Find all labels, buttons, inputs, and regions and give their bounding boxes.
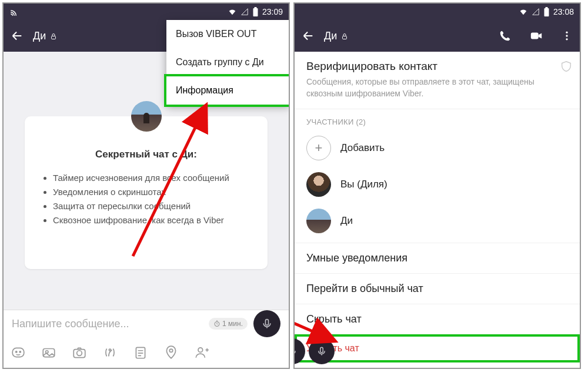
- back-icon[interactable]: [11, 29, 24, 42]
- cast-icon: [9, 6, 20, 17]
- composer: Напишите сообщение... 1 мин.: [4, 310, 289, 368]
- mic-button[interactable]: [253, 310, 280, 337]
- card-title: Секретный чат с Ди:: [36, 149, 256, 160]
- wifi-icon: [228, 7, 237, 16]
- list-item: Защита от пересылки сообщений: [53, 199, 256, 213]
- avatar: [306, 209, 331, 233]
- svg-rect-1: [254, 7, 256, 8]
- menu-information[interactable]: Информация: [166, 76, 290, 105]
- status-bar: 23:09: [4, 4, 289, 20]
- timer-pill[interactable]: 1 мин.: [209, 318, 248, 330]
- secret-chat-card: Секретный чат с Ди: Таймер исчезновения …: [25, 116, 268, 269]
- mic-icon: [295, 346, 298, 357]
- clock: 23:09: [262, 7, 283, 16]
- screenshot-left: 23:09 Ди Вызов VIBER OUT Создать группу …: [2, 2, 290, 369]
- signal-icon: [240, 8, 249, 16]
- mic-icon: [261, 318, 273, 330]
- svg-rect-20: [531, 33, 539, 39]
- svg-rect-25: [320, 347, 323, 352]
- svg-rect-2: [52, 36, 56, 39]
- participants-label: УЧАСТНИКИ (2): [295, 109, 580, 130]
- mic-icon: [316, 346, 327, 357]
- timer-icon: [213, 320, 220, 327]
- svg-point-15: [198, 348, 203, 352]
- svg-point-7: [19, 351, 21, 352]
- file-icon[interactable]: [133, 345, 148, 360]
- setting-delete-chat[interactable]: Удалить чат: [295, 334, 580, 362]
- battery-icon: [252, 7, 259, 16]
- lock-icon: [341, 33, 348, 40]
- gif-icon[interactable]: [102, 345, 118, 360]
- share-contact-icon[interactable]: [194, 345, 209, 360]
- feature-list: Таймер исчезновения для всех сообщений У…: [36, 171, 256, 227]
- participant-name: Ди: [340, 215, 353, 227]
- list-item: Таймер исчезновения для всех сообщений: [53, 171, 256, 185]
- participant-name: Вы (Диля): [340, 179, 387, 190]
- svg-rect-19: [343, 36, 347, 39]
- video-icon[interactable]: [529, 29, 543, 42]
- svg-point-6: [16, 351, 17, 352]
- back-icon[interactable]: [302, 29, 315, 42]
- list-item: Сквозное шифрование, как всегда в Viber: [53, 213, 256, 227]
- menu-viber-out[interactable]: Вызов VIBER OUT: [166, 20, 290, 48]
- participant-name: Добавить: [340, 142, 385, 154]
- svg-rect-17: [544, 8, 549, 16]
- sticker-icon[interactable]: [11, 345, 26, 360]
- list-item: Уведомления о скриншотах: [53, 185, 256, 199]
- mic-button[interactable]: [295, 338, 305, 364]
- message-input[interactable]: Напишите сообщение...: [12, 318, 203, 330]
- verify-subtitle: Сообщения, которые вы отправляете в этот…: [306, 76, 568, 99]
- lock-icon: [50, 33, 57, 40]
- overflow-menu: Вызов VIBER OUT Создать группу с Ди Инфо…: [166, 20, 290, 105]
- status-bar: 23:08: [295, 4, 580, 20]
- svg-point-22: [566, 35, 567, 36]
- svg-point-23: [566, 38, 567, 40]
- gallery-icon[interactable]: [41, 345, 56, 360]
- wifi-icon: [519, 7, 528, 16]
- svg-point-21: [566, 32, 567, 33]
- call-icon[interactable]: [499, 29, 512, 42]
- add-participant[interactable]: + Добавить: [295, 130, 580, 166]
- camera-icon[interactable]: [72, 345, 87, 360]
- svg-rect-5: [12, 348, 24, 357]
- screenshot-right: 23:08 Ди Верифицировать контакт Сообщени…: [293, 2, 581, 369]
- verify-title: Верифицировать контакт: [306, 60, 568, 73]
- app-bar: Ди: [295, 20, 580, 52]
- menu-create-group[interactable]: Создать группу с Ди: [166, 48, 290, 76]
- chat-title[interactable]: Ди: [324, 30, 489, 42]
- avatar: [131, 101, 162, 132]
- svg-rect-18: [545, 7, 547, 8]
- info-body: Верифицировать контакт Сообщения, которы…: [295, 52, 580, 368]
- participant-row[interactable]: Вы (Диля): [295, 166, 580, 203]
- setting-hide-chat[interactable]: Скрыть чат: [295, 304, 580, 334]
- setting-regular-chat[interactable]: Перейти в обычный чат: [295, 273, 580, 304]
- verify-block[interactable]: Верифицировать контакт Сообщения, которы…: [295, 52, 580, 109]
- svg-rect-4: [266, 320, 269, 325]
- mic-button[interactable]: [309, 338, 335, 364]
- location-icon[interactable]: [163, 345, 179, 360]
- setting-smart-notifications[interactable]: Умные уведомления: [295, 243, 580, 273]
- clock: 23:08: [553, 7, 574, 16]
- svg-point-12: [109, 349, 111, 351]
- avatar: [306, 172, 331, 197]
- shield-icon: [560, 60, 573, 73]
- more-icon[interactable]: [561, 29, 573, 42]
- signal-icon: [532, 8, 540, 16]
- highlight-info: Информация: [164, 74, 290, 107]
- svg-point-14: [169, 349, 172, 352]
- svg-point-11: [77, 351, 82, 356]
- participant-row[interactable]: Ди: [295, 203, 580, 239]
- svg-rect-0: [253, 8, 258, 16]
- plus-icon: +: [306, 136, 331, 160]
- battery-icon: [543, 7, 550, 16]
